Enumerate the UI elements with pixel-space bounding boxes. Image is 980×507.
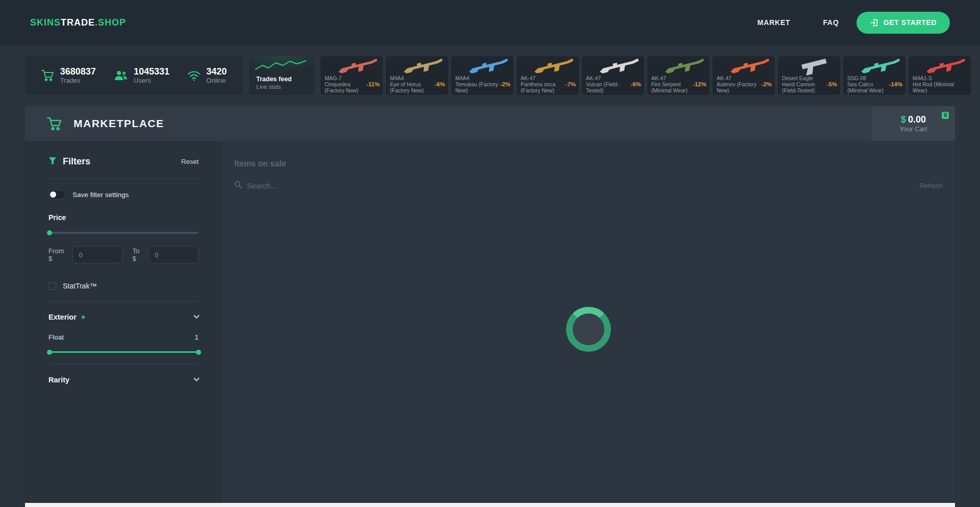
trade-card-weapon: AK-47: [586, 75, 630, 81]
rarity-title: Rarity: [48, 376, 69, 384]
trade-card[interactable]: M4A4 Temukau (Factory New) -2%: [451, 56, 513, 95]
float-slider[interactable]: [48, 351, 199, 353]
trade-card[interactable]: M4A4 Eye of Horus (Factory New) -6%: [386, 56, 448, 95]
trade-card-skin: Eye of Horus (Factory New): [390, 81, 434, 93]
logo-part-3: .SHOP: [95, 17, 126, 28]
trade-card-text: AK-47 Fire Serpent (Minimal Wear): [651, 75, 695, 93]
trade-card[interactable]: AK-47 Fire Serpent (Minimal Wear) -12%: [647, 56, 709, 95]
save-filter-toggle[interactable]: [48, 190, 66, 199]
nav-link-market[interactable]: MARKET: [757, 18, 791, 27]
filter-funnel-icon: [48, 157, 57, 167]
stat-users-label: Users: [134, 77, 169, 85]
float-slider-handle-min[interactable]: [47, 350, 52, 355]
stat-trades-label: Trades: [60, 77, 96, 85]
filters-sidebar: Filters Reset Save filter settings Price…: [25, 141, 222, 503]
trade-card-text: Desert Eagle Hand Cannon (Field-Tested): [782, 75, 826, 93]
navbar: SKINSTRADE.SHOP MARKET FAQ GET STARTED: [0, 0, 980, 45]
price-from-label: From $: [48, 247, 68, 262]
get-started-button[interactable]: GET STARTED: [856, 12, 950, 34]
trade-card-skin: Cinquedea (Factory New): [325, 81, 369, 93]
trade-card-weapon: MAG-7: [325, 75, 369, 81]
live-chart-icon: [255, 59, 306, 73]
stattrak-label: StatTrak™: [63, 282, 96, 290]
trade-card-skin: Hand Cannon (Field-Tested): [782, 81, 826, 93]
logo[interactable]: SKINSTRADE.SHOP: [30, 17, 126, 28]
trade-card-weapon: M4A1-S: [913, 75, 957, 81]
stattrak-row: StatTrak™: [48, 282, 199, 290]
marketplace-cart-icon: [47, 117, 62, 131]
trades-feed-card[interactable]: Trades feed Live stats: [249, 56, 314, 95]
trade-card[interactable]: AK-47 Asiimov (Factory New) -2%: [713, 56, 775, 95]
exterior-section-header[interactable]: Exterior ★: [48, 302, 199, 321]
trade-card-weapon: SSG 08: [847, 75, 891, 81]
save-filter-label: Save filter settings: [72, 191, 129, 199]
trade-card-weapon: M4A4: [455, 75, 499, 81]
nav-link-faq[interactable]: FAQ: [823, 18, 839, 27]
rarity-section-header[interactable]: Rarity: [48, 365, 199, 384]
trade-card[interactable]: MAG-7 Cinquedea (Factory New) -11%: [321, 56, 383, 95]
filters-title: Filters: [63, 156, 90, 167]
stat-online-value: 3420: [206, 66, 227, 77]
stat-trades-value: 3680837: [60, 66, 96, 77]
trade-card-weapon: AK-47: [521, 75, 565, 81]
enter-icon: [870, 18, 878, 27]
cart-count-badge: 0: [942, 112, 949, 119]
search-input[interactable]: [247, 182, 461, 190]
trade-card-discount: -5%: [827, 81, 837, 87]
trade-card[interactable]: SSG 08 Sea Calico (Minimal Wear) -14%: [843, 56, 905, 95]
price-slider-handle[interactable]: [47, 230, 52, 235]
trade-card-text: MAG-7 Cinquedea (Factory New): [325, 75, 369, 93]
float-label: Float: [48, 333, 64, 341]
trade-card-text: M4A1-S Hot Rod (Minimal Wear): [913, 75, 957, 93]
trade-card-weapon: Desert Eagle: [782, 75, 826, 81]
stats-band: 3680837 Trades 1045331 Users: [0, 56, 980, 95]
nav-links: MARKET FAQ GET STARTED: [757, 12, 950, 34]
price-slider[interactable]: [48, 232, 199, 234]
float-row: Float 1: [48, 333, 199, 341]
price-to-input[interactable]: [149, 246, 199, 263]
chevron-down-icon: [193, 376, 199, 381]
trade-card[interactable]: Desert Eagle Hand Cannon (Field-Tested) …: [778, 56, 840, 95]
stat-online-label: Online: [206, 77, 227, 85]
trade-card-weapon: M4A4: [390, 75, 434, 81]
content: Filters Reset Save filter settings Price…: [25, 141, 955, 503]
trade-card-skin: Panthera onca (Factory New): [521, 81, 565, 93]
items-main: Items on sale Refresh: [222, 141, 955, 503]
refresh-button[interactable]: Refresh: [919, 182, 943, 189]
trade-card-discount: -11%: [366, 81, 380, 87]
trade-card[interactable]: AK-47 Vulcan (Field-Tested) -6%: [582, 56, 644, 95]
items-heading: Items on sale: [234, 159, 943, 168]
trade-cards-row: MAG-7 Cinquedea (Factory New) -11% M4A4 …: [321, 56, 980, 95]
price-range-row: From $ To $: [48, 246, 199, 263]
footer-strip: [25, 503, 955, 507]
divider: [48, 178, 199, 179]
stats-card: 3680837 Trades 1045331 Users: [25, 56, 243, 95]
stat-online: 3420 Online: [187, 66, 227, 85]
reset-filters-button[interactable]: Reset: [181, 158, 199, 165]
trade-card-skin: Fire Serpent (Minimal Wear): [651, 81, 695, 93]
trades-feed-title: Trades feed: [256, 75, 307, 83]
toggle-knob: [50, 191, 56, 198]
trade-card[interactable]: AK-47 Panthera onca (Factory New) -7%: [517, 56, 579, 95]
trade-card-skin: Hot Rod (Minimal Wear): [913, 81, 957, 93]
save-filter-row: Save filter settings: [48, 190, 199, 199]
price-from-input[interactable]: [72, 246, 122, 263]
page: SKINSTRADE.SHOP MARKET FAQ GET STARTED: [0, 0, 980, 507]
marketplace-bar: MARKETPLACE $0.00 Your Cart 0: [25, 106, 955, 141]
trade-card-discount: -12%: [693, 81, 706, 87]
trade-card-text: M4A4 Temukau (Factory New): [455, 75, 499, 93]
cart-icon: [41, 69, 55, 82]
stat-trades: 3680837 Trades: [41, 66, 96, 85]
trade-card-text: M4A4 Eye of Horus (Factory New): [390, 75, 434, 93]
stattrak-checkbox[interactable]: [48, 282, 56, 290]
trade-card[interactable]: M4A1-S Hot Rod (Minimal Wear): [909, 56, 971, 95]
trade-card-skin: Vulcan (Field-Tested): [586, 81, 630, 93]
trade-card-discount: -14%: [889, 81, 902, 87]
cart-label: Your Cart: [899, 125, 927, 133]
trade-card-skin: Temukau (Factory New): [455, 81, 499, 93]
star-icon: ★: [81, 313, 86, 321]
cart-panel[interactable]: $0.00 Your Cart 0: [872, 106, 955, 141]
trade-card-weapon: AK-47: [717, 75, 761, 81]
trade-card-weapon: AK-47: [651, 75, 695, 81]
float-slider-handle-max[interactable]: [196, 350, 201, 355]
